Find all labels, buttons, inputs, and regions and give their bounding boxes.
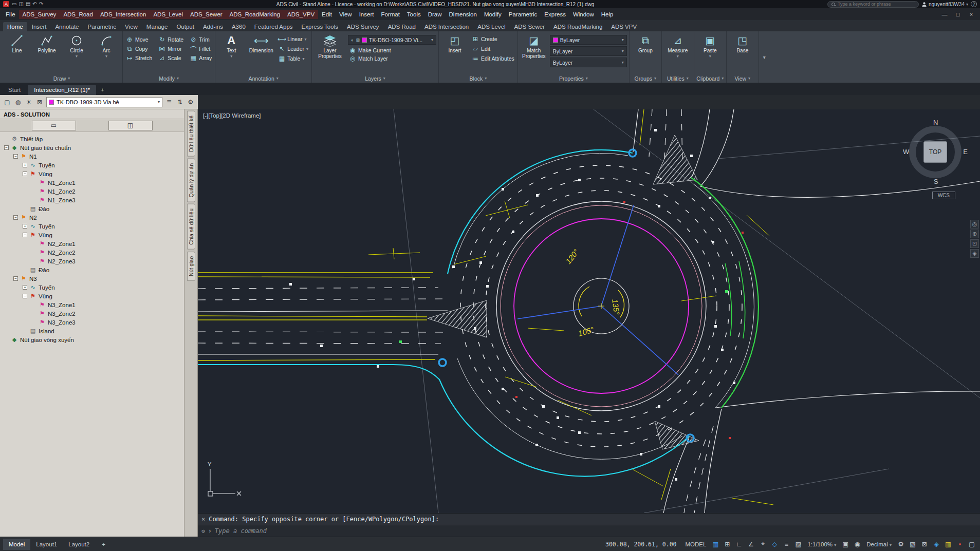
- arc-button[interactable]: Arc ▾: [93, 32, 120, 74]
- panel-label-layers[interactable]: Layers▾: [314, 74, 436, 83]
- menu-ads-road[interactable]: ADS_Road: [60, 10, 97, 19]
- menu-ads-intersection[interactable]: ADS_Intersection: [97, 10, 150, 19]
- tree-item-n3-zone3[interactable]: N3_Zone3: [0, 318, 184, 327]
- lineweight-select[interactable]: ByLayer ▾: [550, 58, 627, 67]
- search-input[interactable]: [838, 2, 910, 7]
- ribbon-tab-insert[interactable]: Insert: [28, 22, 51, 31]
- compass-east[interactable]: E: [963, 148, 968, 156]
- circle-flyout-arrow[interactable]: ▾: [76, 54, 78, 59]
- layer-settings-icon[interactable]: ⚙: [186, 97, 196, 107]
- menu-insert[interactable]: Insert: [356, 10, 378, 19]
- side-tab-chia-se-du-lieu[interactable]: Chia sẻ dữ liệu: [187, 204, 195, 250]
- insert-block-button[interactable]: ◰ Insert: [441, 32, 469, 74]
- panel-label-utilities[interactable]: Utilities▾: [664, 74, 692, 83]
- fillet-button[interactable]: ⌒ Fillet: [189, 45, 213, 53]
- layer-properties-button[interactable]: Layer Properties: [314, 32, 346, 74]
- transparency-icon[interactable]: ▨: [793, 539, 803, 549]
- layout-tab-model[interactable]: Model: [3, 539, 30, 550]
- tree-item-thiet-lap[interactable]: Thiết lập: [0, 135, 184, 143]
- lock-ui-icon[interactable]: ⊠: [919, 539, 930, 549]
- layer-on-icon[interactable]: ◍: [13, 97, 23, 107]
- new-layer-icon[interactable]: ▢: [2, 97, 12, 107]
- menu-dimension[interactable]: Dimension: [446, 10, 480, 19]
- tree-expander[interactable]: [23, 233, 27, 237]
- pan-icon[interactable]: ⊕: [970, 230, 979, 238]
- panel-label-block[interactable]: Block▾: [441, 74, 515, 83]
- object-snap-tracking-icon[interactable]: ⌖: [757, 539, 768, 549]
- tree-item-n3-island[interactable]: Island: [0, 327, 184, 335]
- drawing-tab-intersection[interactable]: Intersection_R12 (1)*: [28, 85, 96, 95]
- tree-item-n1-zone3[interactable]: N1_Zone3: [0, 196, 184, 204]
- match-properties-button[interactable]: ◪ Match Properties: [520, 32, 548, 74]
- ribbon-tab-a360[interactable]: A360: [228, 22, 250, 31]
- panel-label-clipboard[interactable]: Clipboard▾: [696, 74, 724, 83]
- user-account[interactable]: nguyentt83W34 ▾: [921, 2, 968, 7]
- polar-tracking-icon[interactable]: ∠: [746, 539, 756, 549]
- panel-label-groups[interactable]: Groups▾: [632, 74, 659, 83]
- tree-item-n2-vung[interactable]: Vùng: [0, 231, 184, 239]
- tree-item-n1[interactable]: N1: [0, 152, 184, 161]
- panel-label-modify[interactable]: Modify▾: [125, 74, 213, 83]
- save-icon[interactable]: ◫: [19, 1, 23, 8]
- stretch-button[interactable]: ↦ Stretch: [125, 54, 153, 62]
- menu-parametric[interactable]: Parametric: [505, 10, 541, 19]
- linear-dimension-button[interactable]: ⟷ Linear▾: [277, 35, 309, 43]
- copy-button[interactable]: ⧉ Copy: [125, 45, 153, 53]
- print-icon[interactable]: ▤: [26, 1, 30, 8]
- tree-expander[interactable]: [23, 163, 27, 167]
- workspace-icon[interactable]: ⚙: [896, 539, 906, 549]
- scale-button[interactable]: ⊿ Scale: [157, 54, 184, 62]
- mirror-button[interactable]: ⋈ Mirror: [157, 45, 184, 53]
- add-layout-button[interactable]: +: [96, 539, 111, 550]
- tree-item-n3[interactable]: N3: [0, 274, 184, 283]
- layer-translate-icon[interactable]: ⇅: [175, 97, 185, 107]
- quick-properties-icon[interactable]: ▧: [908, 539, 918, 549]
- notification-icon[interactable]: ●: [955, 539, 965, 549]
- side-tab-du-lieu-thiet-ke[interactable]: Dữ liệu thiết kế: [187, 111, 195, 157]
- menu-modify[interactable]: Modify: [480, 10, 505, 19]
- viewport-controls-label[interactable]: [-][Top][2D Wireframe]: [203, 112, 261, 119]
- ribbon-tab-output[interactable]: Output: [172, 22, 198, 31]
- polyline-button[interactable]: Polyline: [33, 32, 61, 74]
- trim-button[interactable]: ⊘ Trim: [189, 35, 213, 44]
- layout-tab-layout1[interactable]: Layout1: [30, 539, 63, 550]
- tree-item-n1-zone1[interactable]: N1_Zone1: [0, 178, 184, 187]
- compass-south[interactable]: S: [934, 178, 938, 185]
- panel-label-draw[interactable]: Draw▾: [3, 74, 120, 83]
- ortho-icon[interactable]: ∟: [734, 539, 744, 549]
- tree-item-n1-vung[interactable]: Vùng: [0, 169, 184, 178]
- ribbon-tab-ads-sewer[interactable]: ADS Sewer: [510, 22, 549, 31]
- panel-label-annotation[interactable]: Annotation▾: [217, 74, 309, 83]
- tree-item-n2[interactable]: N2: [0, 213, 184, 222]
- arc-flyout-arrow[interactable]: ▾: [105, 54, 107, 59]
- menu-ads-vpv[interactable]: ADS_VPV: [284, 10, 318, 19]
- open-icon[interactable]: ▭: [12, 1, 16, 8]
- layer-states-icon[interactable]: ≣: [164, 97, 174, 107]
- tree-expander[interactable]: [4, 145, 9, 150]
- object-snap-icon[interactable]: ◇: [769, 539, 780, 549]
- snap-mode-icon[interactable]: ⊞: [722, 539, 732, 549]
- undo-icon[interactable]: ↶: [32, 1, 36, 8]
- ribbon-tab-express-tools[interactable]: Express Tools: [298, 22, 342, 31]
- new-drawing-tab-button[interactable]: +: [97, 85, 108, 95]
- close-button[interactable]: ×: [965, 11, 978, 17]
- ribbon-tab-view[interactable]: View: [121, 22, 142, 31]
- menu-format[interactable]: Format: [377, 10, 403, 19]
- menu-ads-survey[interactable]: ADS_Survey: [19, 10, 60, 19]
- menu-edit[interactable]: Edit: [318, 10, 336, 19]
- wcs-badge[interactable]: WCS: [932, 192, 955, 199]
- isolate-objects-icon[interactable]: ◈: [931, 539, 941, 549]
- paste-button[interactable]: ▣ Paste ▾: [696, 32, 724, 74]
- tree-expander[interactable]: [23, 294, 27, 298]
- clean-screen-icon[interactable]: ▢: [967, 539, 977, 549]
- measure-button[interactable]: ⊿ Measure ▾: [664, 32, 692, 74]
- object-color-select[interactable]: ByLayer ▾: [550, 35, 627, 45]
- rotate-button[interactable]: ↻ Rotate: [157, 35, 184, 44]
- navigation-wheel-icon[interactable]: ◎: [970, 220, 979, 229]
- line-button[interactable]: Line: [3, 32, 31, 74]
- annotation-scale-button[interactable]: 1:1/100% ▾: [805, 541, 839, 547]
- selection-cycling-icon[interactable]: ▣: [840, 539, 850, 549]
- edit-attributes-button[interactable]: ≔ Edit Attributes: [471, 54, 515, 63]
- hardware-acceleration-icon[interactable]: ▥: [943, 539, 953, 549]
- tree-item-n2-tuyen[interactable]: Tuyến: [0, 222, 184, 231]
